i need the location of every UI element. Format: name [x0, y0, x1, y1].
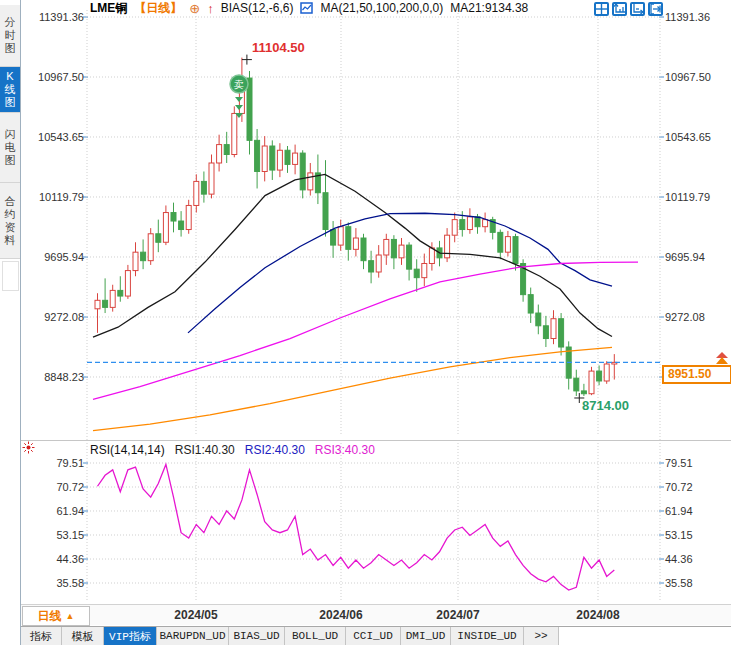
- svg-text:9695.94: 9695.94: [44, 251, 84, 263]
- sidebar-item-lightning-chart[interactable]: 闪电图: [0, 113, 20, 183]
- move-crosshair-icon[interactable]: [594, 2, 609, 16]
- main-price-chart[interactable]: 11391.3611391.3610967.5010967.5010543.65…: [21, 0, 731, 441]
- sidebar-item-time-chart[interactable]: 分时图: [0, 5, 20, 67]
- chart-type-sidebar: 分时图 K线图 闪电图 合约资料: [0, 0, 21, 645]
- line-chart-icon: [300, 2, 313, 14]
- indicator-tab-vip[interactable]: VIP指标: [104, 627, 157, 645]
- svg-text:10543.65: 10543.65: [38, 131, 84, 143]
- svg-text:53.15: 53.15: [56, 529, 84, 541]
- svg-text:9272.08: 9272.08: [44, 311, 84, 323]
- high-price-annotation: 11104.50: [252, 40, 305, 55]
- sidebar-scroll-area: [2, 261, 19, 291]
- red-up-arrow-icon[interactable]: ↑: [207, 2, 214, 15]
- price-up-arrow-icon: [714, 352, 730, 366]
- chart-toolbar: [594, 2, 663, 16]
- ma-indicator-label: MA(21,50,100,200,0,0): [320, 1, 443, 15]
- svg-text:8848.23: 8848.23: [44, 371, 84, 383]
- ma-line-MA200: [93, 347, 612, 430]
- indicator-settings-icon[interactable]: [22, 441, 35, 454]
- svg-text:61.94: 61.94: [665, 505, 693, 517]
- rsi1-value: RSI1:40.30: [175, 443, 235, 457]
- svg-text:79.51: 79.51: [56, 457, 84, 469]
- rsi-line: [98, 464, 615, 590]
- svg-text:35.58: 35.58: [56, 577, 84, 589]
- dropdown-arrow-icon: ▲: [66, 611, 75, 621]
- instrument-name: LME铜: [90, 0, 127, 17]
- sidebar-item-label: 闪电图: [4, 128, 16, 167]
- svg-text:卖: 卖: [234, 79, 244, 90]
- time-axis-row: 日线 ▲ 2024/052024/062024/072024/08: [21, 604, 731, 625]
- svg-text:11391.36: 11391.36: [665, 11, 710, 23]
- svg-text:11391.36: 11391.36: [39, 11, 84, 23]
- sidebar-item-label: 分时图: [4, 16, 16, 55]
- sidebar-item-kline-chart[interactable]: K线图: [0, 67, 20, 113]
- timeframe-label: 【日线】: [134, 0, 182, 17]
- x-axis-month-label: 2024/06: [306, 608, 376, 622]
- svg-text:53.15: 53.15: [665, 529, 693, 541]
- svg-text:10119.79: 10119.79: [39, 191, 84, 203]
- svg-text:44.36: 44.36: [665, 553, 693, 565]
- x-axis-month-label: 2024/07: [423, 608, 493, 622]
- svg-text:70.72: 70.72: [665, 481, 693, 493]
- panel-divider[interactable]: [21, 440, 731, 441]
- current-price-tag: 8951.50: [662, 365, 731, 384]
- rsi3-value: RSI3:40.30: [315, 443, 375, 457]
- svg-text:44.36: 44.36: [56, 553, 84, 565]
- svg-text:61.94: 61.94: [56, 505, 84, 517]
- low-price-annotation: 8714.00: [582, 398, 629, 413]
- ma-line-MA50: [188, 213, 612, 333]
- indicator-tab-[interactable]: 模板: [62, 627, 104, 645]
- trading-app-window: 分时图 K线图 闪电图 合约资料 11391.3611391.3610967.5…: [0, 0, 731, 645]
- scale-y-axis-icon[interactable]: [612, 2, 627, 16]
- sidebar-item-label: 合约资料: [4, 195, 16, 247]
- chart-header: LME铜 【日线】 ⊕ ↑ BIAS(12,-6,6) MA(21,50,100…: [90, 0, 528, 16]
- x-axis-month-label: 2024/05: [161, 608, 231, 622]
- circle-plus-icon[interactable]: ⊕: [189, 2, 200, 15]
- indicator-tab-bar: 指标模板VIP指标BARUPDN_UDBIAS_UDBOLL_UDCCI_UDD…: [21, 626, 731, 645]
- rsi-indicator-name: RSI(14,14,14): [90, 443, 165, 457]
- ma21-value: MA21:9134.38: [450, 1, 528, 15]
- pan-right-icon[interactable]: [648, 2, 663, 16]
- bias-indicator-label: BIAS(12,-6,6): [221, 1, 294, 15]
- rsi2-value: RSI2:40.30: [245, 443, 305, 457]
- rsi-indicator-chart[interactable]: 79.5179.5170.7270.7261.9461.9453.1553.15…: [21, 441, 731, 604]
- indicator-tab-dmiud[interactable]: DMI_UD: [401, 627, 451, 645]
- indicator-tab-biasud[interactable]: BIAS_UD: [229, 627, 285, 645]
- svg-text:9272.08: 9272.08: [665, 311, 705, 323]
- svg-text:10967.50: 10967.50: [665, 71, 711, 83]
- indicator-tab-bollud[interactable]: BOLL_UD: [285, 627, 346, 645]
- svg-text:10967.50: 10967.50: [38, 71, 84, 83]
- sidebar-item-contract-info[interactable]: 合约资料: [0, 183, 20, 259]
- rsi-header: RSI(14,14,14) RSI1:40.30 RSI2:40.30 RSI3…: [90, 443, 375, 457]
- svg-text:79.51: 79.51: [665, 457, 693, 469]
- indicator-tab-cciud[interactable]: CCI_UD: [346, 627, 401, 645]
- svg-text:70.72: 70.72: [56, 481, 84, 493]
- x-axis-month-label: 2024/08: [563, 608, 633, 622]
- indicator-tab-insideud[interactable]: INSIDE_UD: [451, 627, 524, 645]
- timeframe-selector[interactable]: 日线 ▲: [22, 606, 90, 626]
- indicator-tab-barupdnud[interactable]: BARUPDN_UD: [157, 627, 229, 645]
- candles: [95, 58, 617, 396]
- scale-x-axis-icon[interactable]: [630, 2, 645, 16]
- svg-text:10119.79: 10119.79: [665, 191, 710, 203]
- svg-text:35.58: 35.58: [665, 577, 693, 589]
- indicator-tab-[interactable]: >>: [524, 627, 559, 645]
- svg-text:9695.94: 9695.94: [665, 251, 705, 263]
- sidebar-item-label: K线图: [4, 70, 16, 109]
- indicator-tab-[interactable]: 指标: [21, 627, 62, 645]
- svg-text:10543.65: 10543.65: [665, 131, 711, 143]
- timeframe-value: 日线: [38, 608, 62, 625]
